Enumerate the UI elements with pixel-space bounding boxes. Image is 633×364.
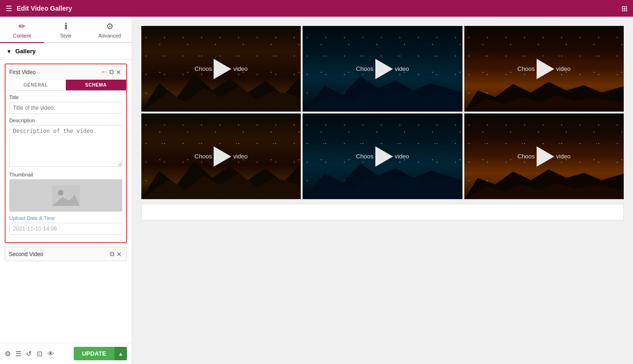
duplicate-button[interactable]: ⧉	[108, 68, 115, 76]
empty-row	[141, 204, 624, 220]
video-overlay-5: Choos video	[303, 113, 462, 199]
video-gallery: Choos video Choos	[132, 17, 633, 204]
video-cell-1[interactable]: Choos video	[141, 26, 301, 112]
close-second-video-button[interactable]: ✕	[115, 251, 123, 258]
play-triangle-6	[537, 146, 554, 167]
video-cell-2[interactable]: Choos video	[303, 26, 462, 112]
video-text-5: video	[395, 153, 409, 160]
section-arrow-icon: ▼	[6, 49, 12, 54]
upload-date-field-group: Upload Date & Time	[9, 215, 122, 235]
top-bar: ☰ Edit Video Gallery ⊞	[0, 0, 633, 17]
sub-tab-general[interactable]: GENERAL	[6, 80, 66, 90]
video-overlay-2: Choos video	[303, 26, 462, 112]
main-layout: ✏ Content ℹ Style ⚙ Advanced ▼ Gallery F…	[0, 17, 633, 364]
page-title: Edit Video Gallery	[17, 5, 72, 12]
video-overlay-6: Choos video	[464, 113, 624, 199]
video-text-3: video	[556, 65, 570, 72]
play-triangle-5	[375, 146, 393, 167]
upload-date-input[interactable]	[9, 223, 122, 235]
video-text-4: video	[233, 153, 247, 160]
left-panel: ✏ Content ℹ Style ⚙ Advanced ▼ Gallery F…	[0, 17, 132, 364]
update-btn-group: UPDATE ▲	[74, 347, 127, 360]
grid-icon[interactable]: ⊞	[621, 4, 627, 13]
video-overlay-1: Choos video	[141, 26, 301, 112]
video-text-6: video	[556, 153, 570, 160]
layers-icon-btn[interactable]: ☰	[15, 350, 21, 358]
title-field-group: Title	[9, 94, 122, 114]
title-input[interactable]	[9, 102, 122, 114]
video-cell-4[interactable]: Choos video	[141, 113, 301, 199]
bottom-toolbar: ⚙ ☰ ↺ ⊡ 👁 UPDATE ▲	[0, 343, 132, 364]
video-cell-5[interactable]: Choos video	[303, 113, 462, 199]
thumbnail-field-group: Thumbnail	[9, 172, 122, 212]
thumbnail-field-label: Thumbnail	[9, 172, 122, 177]
panel-content: First Video ← ⧉ ✕ GENERAL → SCHEMA	[0, 60, 132, 343]
video-overlay-4: Choos video	[141, 113, 301, 199]
second-video-header[interactable]: Second Video ⧉ ✕	[5, 247, 127, 261]
video-cell-3[interactable]: Choos video	[464, 26, 624, 112]
choose-text-3: Choos	[518, 65, 535, 72]
preview-icon-btn[interactable]: 👁	[47, 350, 54, 358]
settings-icon-btn[interactable]: ⚙	[5, 350, 11, 358]
first-video-header[interactable]: First Video ← ⧉ ✕	[6, 64, 126, 80]
gallery-section-label: Gallery	[15, 48, 36, 55]
update-dropdown-button[interactable]: ▲	[114, 347, 127, 360]
sub-tabs-bar: GENERAL → SCHEMA	[6, 80, 126, 91]
video-cell-6[interactable]: Choos video	[464, 113, 624, 199]
hamburger-icon[interactable]: ☰	[6, 4, 12, 13]
tabs-bar: ✏ Content ℹ Style ⚙ Advanced	[0, 17, 132, 43]
tab-style[interactable]: ℹ Style	[44, 17, 88, 43]
tab-content[interactable]: ✏ Content	[0, 17, 44, 43]
second-video-card: Second Video ⧉ ✕	[5, 247, 127, 261]
choose-text-5: Choos	[356, 153, 373, 160]
choose-text-1: Choos	[195, 65, 212, 72]
advanced-icon: ⚙	[106, 21, 114, 31]
second-video-label: Second Video	[9, 251, 109, 257]
play-triangle-4	[214, 146, 231, 167]
arrow-left-icon: ←	[100, 67, 108, 77]
first-video-label: First Video	[9, 69, 100, 75]
style-icon: ℹ	[64, 21, 68, 31]
content-icon: ✏	[19, 21, 25, 31]
choose-text-4: Choos	[195, 153, 212, 160]
description-field-group: Description	[9, 118, 122, 168]
choose-text-6: Choos	[518, 153, 535, 160]
title-field-label: Title	[9, 94, 122, 100]
description-textarea[interactable]	[9, 125, 122, 167]
video-grid-row-2: Choos video Choos	[141, 113, 624, 199]
thumbnail-placeholder[interactable]	[9, 179, 122, 212]
thumbnail-image-icon	[52, 184, 80, 207]
svg-point-1	[58, 190, 63, 195]
gallery-section-header[interactable]: ▼ Gallery	[0, 43, 132, 60]
tab-advanced[interactable]: ⚙ Advanced	[88, 17, 132, 43]
update-button[interactable]: UPDATE	[74, 347, 114, 360]
first-video-card: First Video ← ⧉ ✕ GENERAL → SCHEMA	[5, 63, 127, 243]
play-triangle-1	[214, 59, 231, 79]
video-overlay-3: Choos video	[464, 26, 624, 112]
upload-date-label: Upload Date & Time	[9, 215, 122, 221]
history-icon-btn[interactable]: ↺	[26, 350, 32, 358]
duplicate-second-button[interactable]: ⧉	[109, 250, 115, 258]
video-text-1: video	[233, 65, 247, 72]
toolbar-icons: ⚙ ☰ ↺ ⊡ 👁	[5, 350, 54, 358]
description-field-label: Description	[9, 118, 122, 123]
video-grid-row-1: Choos video Choos	[141, 26, 624, 112]
content-area: Choos video Choos	[132, 17, 633, 364]
responsive-icon-btn[interactable]: ⊡	[37, 350, 43, 358]
choose-text-2: Choos	[356, 65, 373, 72]
schema-fields: Title Description Thumbnail	[6, 91, 126, 242]
video-text-2: video	[395, 65, 409, 72]
close-first-video-button[interactable]: ✕	[115, 69, 122, 76]
play-triangle-2	[375, 59, 393, 79]
sub-tab-schema[interactable]: → SCHEMA	[66, 80, 126, 90]
play-triangle-3	[537, 59, 554, 79]
